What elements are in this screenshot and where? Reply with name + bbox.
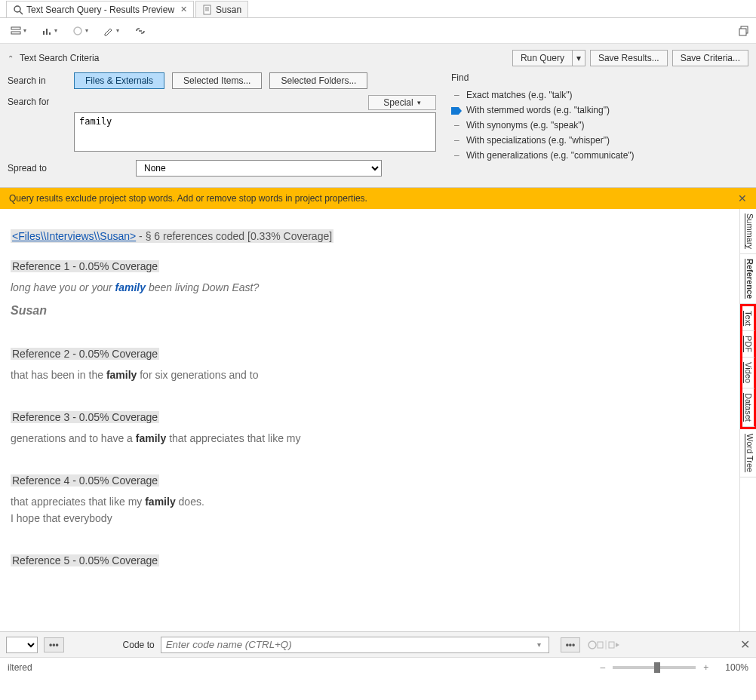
status-bar: iltered – + 100% bbox=[0, 657, 756, 677]
layout-dropdown[interactable]: ▾ bbox=[6, 23, 31, 39]
reference-heading: Reference 4 - 0.05% Coverage bbox=[11, 474, 159, 487]
code-action-icons bbox=[586, 638, 621, 652]
search-in-label: Search in bbox=[8, 75, 66, 86]
svg-rect-10 bbox=[49, 32, 51, 35]
svg-rect-9 bbox=[46, 29, 48, 35]
svg-rect-2 bbox=[204, 5, 211, 14]
side-tab-word-tree[interactable]: Word Tree bbox=[740, 429, 756, 477]
results-pane[interactable]: <Files\\Interviews\\Susan> - § 6 referen… bbox=[0, 209, 739, 631]
reference-text: that has been in the family for six gene… bbox=[11, 369, 729, 381]
svg-rect-13 bbox=[739, 29, 746, 35]
collapse-chevron-icon[interactable]: ⌃ bbox=[8, 54, 14, 63]
side-tab-text[interactable]: Text bbox=[742, 306, 754, 331]
side-tab-pdf[interactable]: PDF bbox=[742, 331, 754, 358]
close-icon[interactable]: ✕ bbox=[738, 192, 747, 204]
svg-rect-15 bbox=[598, 642, 603, 648]
scope-selected-items[interactable]: Selected Items... bbox=[172, 72, 262, 89]
svg-rect-6 bbox=[11, 27, 20, 29]
side-tab-reference[interactable]: Reference bbox=[740, 254, 756, 304]
run-query-dropdown[interactable]: ▾ bbox=[573, 50, 585, 66]
svg-rect-17 bbox=[609, 642, 614, 648]
save-results-button[interactable]: Save Results... bbox=[590, 50, 668, 66]
coding-bar: ••• Code to ▾ ••• ✕ bbox=[0, 631, 756, 657]
reference-heading: Reference 3 - 0.05% Coverage bbox=[11, 411, 159, 423]
side-tab-video[interactable]: Video bbox=[742, 358, 754, 388]
zoom-slider[interactable] bbox=[613, 666, 696, 669]
svg-point-11 bbox=[74, 27, 81, 35]
ellipsis-button[interactable]: ••• bbox=[561, 637, 581, 652]
reference-text-extra: I hope that everybody bbox=[11, 512, 729, 524]
ellipsis-button[interactable]: ••• bbox=[44, 637, 64, 652]
chevron-down-icon: ▾ bbox=[23, 27, 26, 34]
svg-line-1 bbox=[20, 11, 23, 14]
code-apply-icon[interactable] bbox=[586, 638, 621, 652]
speaker-name: Susan bbox=[11, 304, 729, 318]
save-criteria-button[interactable]: Save Criteria... bbox=[672, 50, 748, 66]
find-option-exact[interactable]: Exact matches (e.g. "talk") bbox=[451, 88, 748, 103]
find-options-list: Exact matches (e.g. "talk") With stemmed… bbox=[451, 88, 748, 163]
highlighted-tab-group: Text PDF Video Dataset bbox=[740, 304, 756, 429]
search-for-input[interactable]: family bbox=[74, 112, 436, 152]
svg-point-0 bbox=[14, 6, 20, 12]
special-label: Special bbox=[383, 97, 413, 108]
search-term: family bbox=[136, 432, 166, 444]
reference-text: that appreciates that like my family doe… bbox=[11, 496, 729, 508]
search-term: family bbox=[115, 281, 146, 293]
side-tab-dataset[interactable]: Dataset bbox=[742, 388, 754, 427]
side-tabs: Summary Reference Text PDF Video Dataset… bbox=[739, 209, 756, 631]
search-for-label: Search for bbox=[8, 95, 66, 107]
chevron-down-icon: ▾ bbox=[417, 99, 421, 106]
zoom-in-icon[interactable]: + bbox=[703, 662, 708, 673]
close-icon[interactable]: ✕ bbox=[740, 637, 750, 652]
source-suffix: - § 6 references coded [0.33% Coverage] bbox=[136, 230, 332, 242]
scope-files-externals[interactable]: Files & Externals bbox=[74, 72, 164, 89]
reference-heading: Reference 2 - 0.05% Coverage bbox=[11, 348, 159, 360]
document-icon bbox=[202, 5, 213, 15]
chevron-down-icon[interactable]: ▾ bbox=[537, 640, 541, 649]
code-to-label: Code to bbox=[123, 640, 155, 650]
svg-rect-8 bbox=[43, 31, 45, 35]
search-term: family bbox=[145, 496, 175, 508]
warning-text: Query results exclude project stop words… bbox=[9, 193, 367, 204]
svg-point-14 bbox=[589, 641, 596, 649]
find-option-generalizations[interactable]: With generalizations (e.g. "communicate"… bbox=[451, 148, 748, 163]
code-select[interactable] bbox=[6, 637, 38, 653]
chevron-down-icon: ▾ bbox=[116, 27, 119, 34]
scope-selected-folders[interactable]: Selected Folders... bbox=[269, 72, 367, 89]
svg-rect-7 bbox=[11, 32, 20, 34]
zoom-level: 100% bbox=[725, 662, 748, 673]
run-query-label[interactable]: Run Query bbox=[512, 50, 573, 66]
bars-dropdown[interactable]: ▾ bbox=[37, 23, 62, 39]
special-dropdown[interactable]: Special ▾ bbox=[368, 95, 436, 110]
reference-text: long have you or your family been living… bbox=[11, 281, 729, 293]
chevron-down-icon: ▾ bbox=[54, 27, 57, 34]
chevron-down-icon: ▾ bbox=[85, 27, 88, 34]
search-term: family bbox=[106, 369, 137, 381]
reference-text: generations and to have a family that ap… bbox=[11, 432, 729, 444]
link-button[interactable] bbox=[130, 23, 151, 39]
highlight-dropdown[interactable]: ▾ bbox=[99, 23, 124, 39]
tab-text-search-results[interactable]: Text Search Query - Results Preview ✕ bbox=[6, 1, 194, 17]
restore-window-icon[interactable] bbox=[738, 25, 750, 37]
search-criteria-panel: ⌃ Text Search Criteria Run Query ▾ Save … bbox=[0, 44, 756, 188]
tab-susan[interactable]: Susan bbox=[195, 1, 248, 17]
find-option-specializations[interactable]: With specializations (e.g. "whisper") bbox=[451, 133, 748, 148]
reference-heading: Reference 1 - 0.05% Coverage bbox=[11, 260, 159, 272]
side-tab-summary[interactable]: Summary bbox=[740, 209, 756, 254]
zoom-out-icon[interactable]: – bbox=[601, 662, 606, 673]
find-option-stemmed[interactable]: With stemmed words (e.g. "talking") bbox=[451, 103, 748, 118]
criteria-title: Text Search Criteria bbox=[20, 53, 99, 63]
close-icon[interactable]: ✕ bbox=[180, 5, 187, 14]
stop-words-warning: Query results exclude project stop words… bbox=[0, 188, 756, 209]
zoom-thumb[interactable] bbox=[654, 662, 660, 673]
spread-to-label: Spread to bbox=[8, 163, 128, 173]
code-name-input[interactable] bbox=[161, 637, 549, 653]
run-query-button[interactable]: Run Query ▾ bbox=[512, 50, 585, 66]
source-link[interactable]: <Files\\Interviews\\Susan> bbox=[12, 230, 136, 242]
circle-dropdown[interactable]: ▾ bbox=[68, 23, 93, 39]
search-icon bbox=[13, 5, 23, 15]
source-line: <Files\\Interviews\\Susan> - § 6 referen… bbox=[11, 229, 333, 243]
spread-to-select[interactable]: None bbox=[136, 160, 382, 177]
tab-label: Text Search Query - Results Preview bbox=[26, 5, 174, 15]
find-option-synonyms[interactable]: With synonyms (e.g. "speak") bbox=[451, 118, 748, 133]
